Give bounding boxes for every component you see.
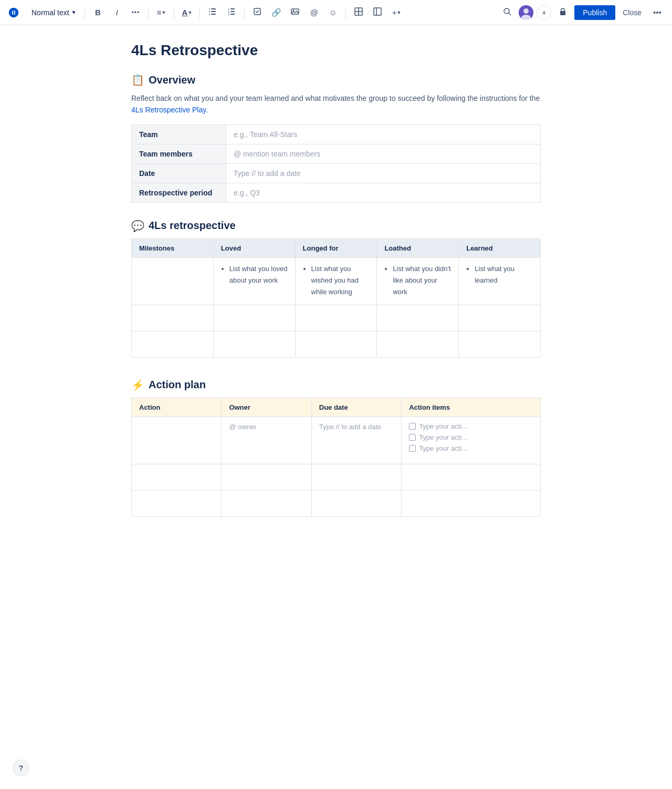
due-date-placeholder: Type // to add a date [319,423,382,431]
image-button[interactable] [287,4,303,21]
table-row [132,331,541,357]
retro-learned-1[interactable]: List what you learned [459,257,541,305]
retro-learned-3[interactable] [459,331,541,357]
svg-point-20 [504,8,509,14]
page-content: 4Ls Retrospective 📋 Overview Reflect bac… [110,25,562,580]
col-owner: Owner [222,398,311,417]
team-members-label: Team members [132,144,226,163]
close-button[interactable]: Close [618,5,646,20]
retro-table-header-row: Milestones Loved Longed for Loathed Lear… [132,238,541,257]
svg-point-14 [293,10,295,12]
action-checkbox-1[interactable] [409,423,416,430]
list-item: List what you didn't like about your wor… [393,263,451,298]
avatar[interactable] [519,5,533,20]
checkbox-button[interactable] [249,4,266,21]
due-date-cell-3[interactable] [311,490,401,516]
logo-icon[interactable] [6,5,21,20]
action-table-header-row: Action Owner Due date Action items [132,398,541,417]
action-items-cell-1[interactable]: Type your acti... Type your acti... Type… [402,417,541,464]
retro-heading: 💬 4Ls retrospective [131,220,541,232]
overview-icon: 📋 [131,74,144,86]
action-checkbox-3[interactable] [409,445,416,452]
mention-button[interactable]: @ [306,4,322,21]
lock-button[interactable] [554,4,571,21]
retro-loved-2[interactable] [213,305,295,331]
table-row [132,464,541,490]
action-items-cell-3[interactable] [402,490,541,516]
insert-button[interactable]: + ▼ [388,4,405,21]
toolbar-divider-5 [244,6,245,19]
table-row: Team members @ mention team members [132,144,541,163]
svg-rect-3 [211,11,216,12]
numbered-list-icon: 1. 2. 3. [227,7,236,17]
svg-rect-2 [209,11,210,12]
bullet-list-button[interactable] [204,4,221,21]
action-items-cell-2[interactable] [402,464,541,490]
italic-button[interactable]: I [108,4,125,21]
emoji-button[interactable]: ☺ [324,4,341,21]
font-color-chevron-icon: ▼ [187,10,192,15]
align-button[interactable]: ≡ ▼ [153,4,170,21]
retro-learned-2[interactable] [459,305,541,331]
table-row: Team e.g., Team All-Stars [132,124,541,144]
action-cell-3[interactable] [132,490,222,516]
retro-milestones-3[interactable] [132,331,214,357]
action-checkbox-2[interactable] [409,434,416,441]
layout-button[interactable] [369,4,386,21]
text-style-selector[interactable]: Normal text ▼ [27,6,80,19]
retro-table: Milestones Loved Longed for Loathed Lear… [131,238,541,358]
owner-cell-3[interactable] [222,490,311,516]
mention-icon: @ [310,8,318,17]
retrospective-play-link[interactable]: 4Ls Retrospective Play. [131,106,208,114]
retro-loved-1[interactable]: List what you loved about your work [213,257,295,305]
retro-loved-3[interactable] [213,331,295,357]
numbered-list-button[interactable]: 1. 2. 3. [223,4,240,21]
action-item-text-2: Type your acti... [419,433,467,441]
table-row: Retrospective period e.g., Q3 [132,183,541,202]
retro-longed-3[interactable] [295,331,377,357]
retro-longed-1[interactable]: List what you wished you had while worki… [295,257,377,305]
font-color-button[interactable]: A ▼ [178,4,195,21]
team-members-value[interactable]: @ mention team members [226,144,541,163]
search-button[interactable] [499,4,516,21]
table-row [132,305,541,331]
date-value[interactable]: Type // to add a date [226,163,541,183]
due-date-cell-1[interactable]: Type // to add a date [311,417,401,464]
retro-period-value[interactable]: e.g., Q3 [226,183,541,202]
overview-heading: 📋 Overview [131,74,541,86]
overview-heading-text: Overview [149,74,195,86]
retro-milestones-1[interactable] [132,257,214,305]
more-actions-button[interactable]: ••• [649,4,666,21]
svg-rect-13 [291,9,299,14]
owner-cell-1[interactable]: @ owner [222,417,311,464]
team-value[interactable]: e.g., Team All-Stars [226,124,541,144]
svg-line-21 [509,13,511,15]
action-cell-1[interactable] [132,417,222,464]
due-date-cell-2[interactable] [311,464,401,490]
owner-cell-2[interactable] [222,464,311,490]
help-button[interactable]: ? [13,760,29,776]
retro-loathed-2[interactable] [377,305,459,331]
more-format-button[interactable]: ••• [127,4,144,21]
col-due-date: Due date [311,398,401,417]
col-milestones: Milestones [132,238,214,257]
link-button[interactable]: 🔗 [268,4,285,21]
lock-icon [559,7,567,17]
col-longed-for: Longed for [295,238,377,257]
retro-milestones-2[interactable] [132,305,214,331]
retro-loathed-3[interactable] [377,331,459,357]
publish-button[interactable]: Publish [574,5,615,20]
add-button[interactable]: + [537,5,551,20]
svg-rect-7 [230,8,235,9]
retro-icon: 💬 [131,220,144,232]
date-label: Date [132,163,226,183]
action-cell-2[interactable] [132,464,222,490]
bold-button[interactable]: B [89,4,106,21]
retro-longed-2[interactable] [295,305,377,331]
action-items-list: Type your acti... Type your acti... Type… [409,422,533,452]
action-item-2: Type your acti... [409,433,533,441]
retro-loathed-1[interactable]: List what you didn't like about your wor… [377,257,459,305]
svg-rect-18 [374,8,381,15]
table-button[interactable] [350,4,367,21]
table-icon [354,7,363,17]
